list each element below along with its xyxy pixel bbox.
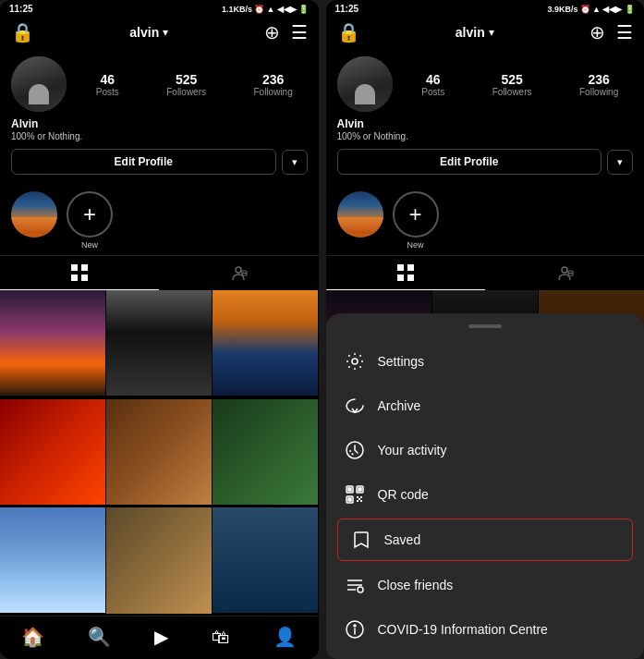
svg-rect-3 (81, 275, 88, 281)
photo-cell-5[interactable] (106, 399, 212, 505)
status-icons-right: 3.9KB/s ⏰ ▲ ◀◀▶ 🔋 (548, 5, 635, 14)
story-item-sunset (11, 191, 57, 250)
left-phone: 11:25 1.1KB/s ⏰ ▲ ◀◀▶ 🔋 🔒 alvin ▾ ⊕ ☰ (0, 0, 319, 659)
svg-point-14 (352, 359, 358, 364)
story-circle-sunset[interactable] (11, 191, 57, 238)
story-label-new-right: New (407, 240, 423, 250)
avatar-right[interactable] (337, 56, 393, 112)
username-dropdown[interactable]: alvin ▾ (129, 25, 168, 40)
tab-tagged-left[interactable] (159, 256, 318, 290)
stats-group-right: 46 Posts 525 Followers 236 Following (407, 72, 634, 97)
svg-rect-2 (71, 275, 78, 281)
menu-icon-right[interactable]: ☰ (616, 21, 633, 43)
menu-item-covid[interactable]: COVID-19 Information Centre (326, 607, 645, 652)
story-item-sunset-right (337, 191, 383, 250)
status-icons-left: 1.1KB/s ⏰ ▲ ◀◀▶ 🔋 (222, 5, 309, 14)
activity-icon (345, 440, 365, 460)
lock-icon[interactable]: 🔒 (11, 21, 34, 43)
menu-item-settings[interactable]: Settings (326, 339, 645, 384)
photo-cell-2[interactable] (106, 290, 212, 396)
svg-rect-10 (407, 275, 414, 281)
followers-stat-right: 525 Followers (492, 72, 532, 97)
archive-label: Archive (378, 398, 421, 413)
covid-label: COVID-19 Information Centre (378, 622, 548, 637)
followers-count: 525 (176, 72, 197, 87)
followers-stat: 525 Followers (166, 72, 206, 97)
reels-nav-icon[interactable]: ▶ (147, 624, 176, 650)
photo-cell-7[interactable] (0, 507, 105, 613)
profile-nav-icon[interactable]: 👤 (266, 624, 304, 650)
story-item-new: + New (67, 191, 113, 250)
menu-item-activity[interactable]: Your activity (326, 428, 645, 472)
search-nav-icon[interactable]: 🔍 (80, 624, 118, 650)
avatar-left[interactable] (11, 56, 67, 112)
photo-cell-6[interactable] (213, 399, 318, 505)
story-item-new-right: + New (393, 191, 439, 250)
photo-cell-8[interactable] (106, 507, 212, 613)
home-nav-icon[interactable]: 🏠 (14, 624, 52, 650)
tabs-row-right (326, 255, 645, 290)
qrcode-icon (345, 484, 365, 505)
add-icon-right[interactable]: ⊕ (589, 21, 605, 43)
photo-cell-9[interactable] (213, 507, 318, 613)
edit-profile-button-left[interactable]: Edit Profile (11, 149, 276, 175)
covid-icon (345, 619, 365, 640)
shop-nav-icon[interactable]: 🛍 (204, 625, 237, 650)
posts-label-right: Posts (421, 87, 444, 97)
time-right: 11:25 (335, 4, 359, 14)
username-dropdown-right[interactable]: alvin ▾ (456, 25, 494, 40)
profile-dropdown-button-right[interactable]: ▾ (607, 150, 633, 175)
qrcode-label: QR code (378, 487, 429, 502)
svg-point-11 (562, 267, 567, 273)
story-add-circle-right[interactable]: + (393, 191, 439, 238)
tab-tagged-right[interactable] (485, 256, 644, 290)
following-count: 236 (262, 72, 284, 87)
right-phone: 11:25 3.9KB/s ⏰ ▲ ◀◀▶ 🔋 🔒 alvin ▾ ⊕ ☰ (326, 0, 645, 659)
menu-item-archive[interactable]: Archive (326, 384, 645, 428)
nav-actions: ⊕ ☰ (264, 21, 308, 43)
lock-icon-right[interactable]: 🔒 (337, 21, 360, 43)
svg-point-4 (236, 267, 241, 273)
tab-grid-right[interactable] (326, 256, 485, 290)
stories-row-right: + New (326, 182, 645, 255)
menu-item-qrcode[interactable]: QR code (326, 472, 645, 517)
photo-cell-4[interactable] (0, 399, 105, 505)
story-add-circle[interactable]: + (67, 191, 113, 238)
story-label-new: New (81, 240, 98, 250)
svg-point-27 (354, 625, 356, 627)
menu-icon[interactable]: ☰ (291, 21, 308, 43)
menu-item-saved[interactable]: Saved (337, 519, 634, 561)
profile-info-right: Alvin 100% or Nothing. (337, 117, 634, 141)
following-label-right: Following (579, 87, 618, 97)
tagged-icon-right (555, 263, 574, 282)
profile-bio-right: 100% or Nothing. (337, 131, 634, 141)
closefriends-icon (345, 575, 365, 595)
story-circle-sunset-right[interactable] (337, 191, 383, 238)
status-bar-left: 11:25 1.1KB/s ⏰ ▲ ◀◀▶ 🔋 (0, 0, 319, 16)
profile-info-left: Alvin 100% or Nothing. (11, 117, 308, 141)
stories-row-left: + New (0, 182, 319, 255)
svg-rect-20 (358, 488, 361, 491)
photo-cell-3[interactable] (213, 290, 318, 396)
nav-actions-right: ⊕ ☰ (589, 21, 633, 43)
grid-icon (70, 263, 89, 282)
edit-profile-button-right[interactable]: Edit Profile (337, 149, 602, 175)
menu-item-closefriends[interactable]: Close friends (326, 563, 645, 607)
top-nav-left: 🔒 alvin ▾ ⊕ ☰ (0, 16, 319, 49)
profile-name-left: Alvin (11, 117, 308, 130)
profile-dropdown-button-left[interactable]: ▾ (282, 150, 308, 175)
tabs-row-left (0, 255, 319, 290)
plus-icon: + (83, 203, 96, 226)
profile-section-left: 46 Posts 525 Followers 236 Following Alv… (0, 49, 319, 182)
add-icon[interactable]: ⊕ (264, 21, 280, 43)
nav-username-right: alvin (456, 25, 485, 40)
photo-cell-1[interactable] (0, 290, 105, 396)
menu-handle (468, 324, 502, 328)
closefriends-label: Close friends (378, 578, 454, 592)
posts-count: 46 (100, 72, 115, 87)
saved-icon (351, 530, 371, 550)
svg-rect-8 (407, 264, 414, 271)
time-left: 11:25 (9, 4, 33, 14)
tab-grid-left[interactable] (0, 256, 159, 290)
following-stat: 236 Following (253, 72, 292, 97)
